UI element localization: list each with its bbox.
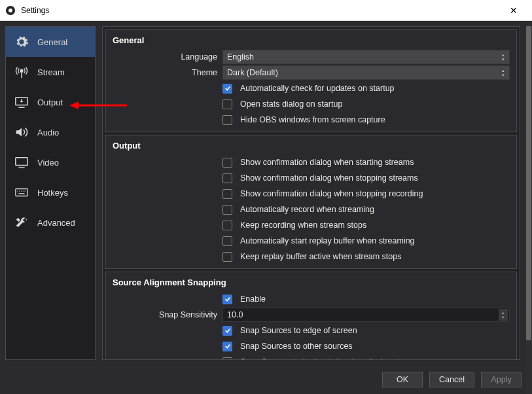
group-snapping: Source Alignment Snapping Enable Snap Se… [105, 272, 517, 360]
checkbox-label[interactable]: Open stats dialog on startup [240, 99, 342, 109]
sidebar-item-label: Audio [37, 128, 59, 137]
checkbox-keep-replay-buffer[interactable] [222, 252, 232, 262]
sidebar-item-stream[interactable]: Stream [6, 57, 95, 87]
language-select-value: English [227, 52, 254, 62]
checkbox-label[interactable]: Hide OBS windows from screen capture [240, 115, 385, 124]
checkbox-snap-hv-center[interactable] [222, 357, 232, 361]
snap-sensitivity-label: Snap Sensitivity [106, 310, 222, 319]
checkbox-label[interactable]: Snap Sources to horizontal and vertical … [240, 357, 408, 360]
speaker-icon [14, 124, 29, 140]
group-title: Output [106, 135, 516, 154]
apply-button[interactable]: Apply [481, 372, 522, 387]
sidebar-item-label: Advanced [37, 218, 75, 228]
checkbox-label[interactable]: Snap Sources to other sources [240, 342, 353, 351]
spinner-icon[interactable]: ▴▾ [499, 309, 508, 321]
checkbox-snapping-enable[interactable] [222, 295, 232, 304]
svg-point-1 [9, 9, 12, 12]
theme-select[interactable]: Dark (Default) ▴▾ [222, 65, 510, 80]
settings-sidebar: General Stream Output Audio [5, 26, 96, 360]
sidebar-item-general[interactable]: General [6, 27, 95, 57]
sidebar-item-label: Hotkeys [37, 188, 68, 198]
sidebar-item-label: Video [37, 158, 59, 168]
language-select[interactable]: English ▴▾ [222, 50, 510, 64]
broadcast-icon [14, 64, 29, 80]
snap-sensitivity-value: 10.0 [227, 310, 243, 319]
snap-sensitivity-input[interactable]: 10.0 ▴▾ [222, 308, 510, 322]
dialog-footer: OK Cancel Apply [0, 365, 525, 394]
checkbox-label[interactable]: Automatically check for updates on start… [240, 84, 395, 93]
checkbox-confirm-stop-stream[interactable] [222, 173, 232, 183]
scrollbar-thumb[interactable] [526, 26, 531, 340]
window-scrollbar[interactable] [525, 21, 532, 394]
group-output: Output Show confirmation dialog when sta… [105, 135, 517, 269]
checkbox-snap-other[interactable] [222, 342, 232, 351]
language-label: Language [106, 52, 222, 62]
checkbox-label[interactable]: Keep recording when stream stops [240, 221, 366, 230]
keyboard-icon [14, 185, 29, 200]
sidebar-item-hotkeys[interactable]: Hotkeys [6, 177, 95, 207]
checkbox-label[interactable]: Enable [240, 295, 266, 304]
sidebar-item-output[interactable]: Output [6, 87, 95, 117]
checkbox-confirm-stop-recording[interactable] [222, 189, 232, 199]
checkbox-hide-obs[interactable] [222, 115, 232, 125]
checkbox-open-stats[interactable] [222, 99, 232, 109]
theme-select-value: Dark (Default) [227, 68, 278, 77]
spinner-icon: ▴▾ [499, 67, 508, 79]
checkbox-keep-recording[interactable] [222, 221, 232, 230]
checkbox-snap-edge[interactable] [222, 326, 232, 336]
sidebar-item-video[interactable]: Video [6, 147, 95, 177]
window-title: Settings [21, 6, 501, 15]
tools-icon [14, 215, 29, 230]
checkbox-label[interactable]: Snap Sources to edge of screen [240, 326, 357, 335]
settings-panel[interactable]: General Language English ▴▾ Theme Dark [102, 26, 520, 360]
sidebar-item-advanced[interactable]: Advanced [6, 207, 95, 238]
checkbox-auto-updates[interactable] [222, 84, 232, 94]
svg-rect-6 [16, 158, 27, 166]
close-button[interactable]: ✕ [501, 5, 527, 16]
titlebar: Settings ✕ [0, 0, 532, 21]
sidebar-item-label: Output [37, 98, 63, 107]
checkbox-auto-record[interactable] [222, 205, 232, 215]
app-icon [5, 5, 16, 16]
checkbox-label[interactable]: Show confirmation dialog when starting s… [240, 158, 414, 167]
group-general: General Language English ▴▾ Theme Dark [105, 29, 517, 132]
cancel-button[interactable]: Cancel [429, 372, 474, 387]
checkbox-label[interactable]: Keep replay buffer active when stream st… [240, 252, 401, 261]
group-title: Source Alignment Snapping [106, 272, 516, 291]
checkbox-label[interactable]: Show confirmation dialog when stopping s… [240, 173, 418, 183]
checkbox-label[interactable]: Automatically record when streaming [240, 205, 374, 214]
sidebar-item-audio[interactable]: Audio [6, 117, 95, 147]
gear-icon [14, 34, 29, 50]
checkbox-auto-replay-buffer[interactable] [222, 236, 232, 246]
sidebar-item-label: Stream [37, 67, 65, 77]
svg-rect-8 [16, 189, 27, 196]
checkbox-confirm-start-stream[interactable] [222, 158, 232, 168]
group-title: General [106, 30, 516, 49]
checkbox-label[interactable]: Show confirmation dialog when stopping r… [240, 189, 423, 198]
sidebar-item-label: General [37, 37, 67, 47]
svg-point-2 [20, 69, 23, 72]
checkbox-label[interactable]: Automatically start replay buffer when s… [240, 236, 415, 245]
monitor-icon [14, 154, 29, 170]
spinner-icon: ▴▾ [499, 51, 508, 63]
output-icon [14, 94, 29, 110]
ok-button[interactable]: OK [382, 372, 423, 387]
theme-label: Theme [106, 68, 222, 77]
